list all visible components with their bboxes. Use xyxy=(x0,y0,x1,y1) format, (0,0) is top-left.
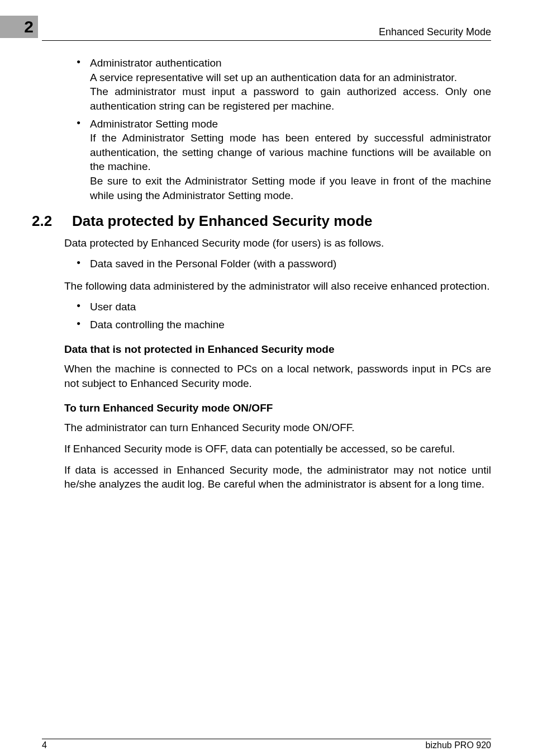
bullet-text: If the Administrator Setting mode has be… xyxy=(90,132,491,172)
bullet-text: A service representative will set up an … xyxy=(90,72,457,83)
top-bullets: Administrator authentication A service r… xyxy=(77,56,491,202)
bullet-text: Be sure to exit the Administrator Settin… xyxy=(90,175,491,201)
bullet-item: Administrator authentication A service r… xyxy=(77,56,491,114)
bullet-item: User data xyxy=(77,300,491,314)
heading-2-number: 2.2 xyxy=(32,211,72,231)
bullets-admin: User data Data controlling the machine xyxy=(77,300,491,332)
heading-3: Data that is not protected in Enhanced S… xyxy=(64,342,491,357)
paragraph: When the machine is connected to PCs on … xyxy=(64,362,491,390)
paragraph: If Enhanced Security mode is OFF, data c… xyxy=(64,442,491,456)
heading-3: To turn Enhanced Security mode ON/OFF xyxy=(64,401,491,415)
product-name: bizhub PRO 920 xyxy=(426,740,491,750)
paragraph: The following data administered by the a… xyxy=(64,279,491,294)
heading-2: 2.2 Data protected by Enhanced Security … xyxy=(32,211,491,231)
page-body: Administrator authentication A service r… xyxy=(64,56,491,498)
heading-2-title: Data protected by Enhanced Security mode xyxy=(72,211,372,231)
footer-rule xyxy=(42,739,491,739)
bullet-lead: Administrator authentication xyxy=(90,57,222,69)
page-number: 4 xyxy=(42,740,47,750)
section-title: Enhanced Security Mode xyxy=(379,26,491,38)
page-footer: 4 bizhub PRO 920 xyxy=(42,740,491,750)
header-rule xyxy=(42,40,491,41)
bullet-lead: Administrator Setting mode xyxy=(90,118,218,130)
bullets-users: Data saved in the Personal Folder (with … xyxy=(77,257,491,271)
paragraph: The administrator can turn Enhanced Secu… xyxy=(64,420,491,435)
bullet-item: Administrator Setting mode If the Admini… xyxy=(77,117,491,203)
bullet-item: Data controlling the machine xyxy=(77,318,491,332)
bullet-text: The administrator must input a password … xyxy=(90,86,491,112)
paragraph: If data is accessed in Enhanced Security… xyxy=(64,463,491,492)
paragraph: Data protected by Enhanced Security mode… xyxy=(64,236,491,251)
bullet-item: Data saved in the Personal Folder (with … xyxy=(77,257,491,271)
page-header: 2 Enhanced Security Mode xyxy=(0,16,533,38)
chapter-number-chip: 2 xyxy=(0,16,38,38)
